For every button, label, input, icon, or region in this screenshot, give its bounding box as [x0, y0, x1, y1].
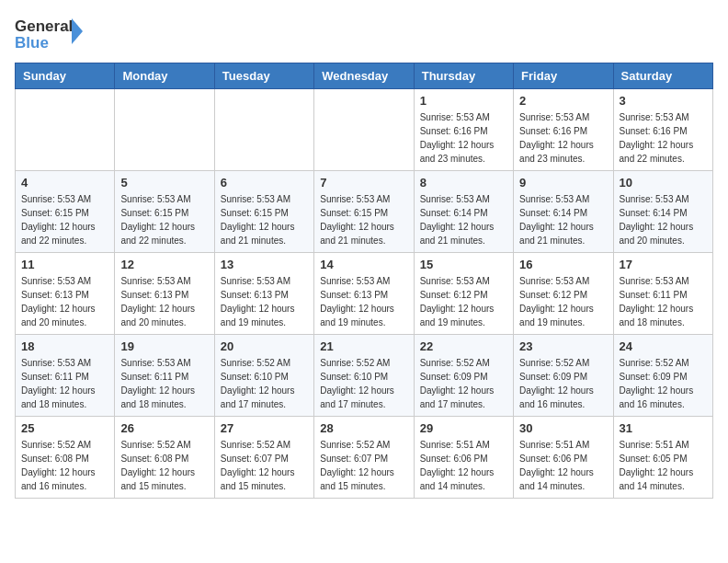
week-row-3: 11Sunrise: 5:53 AM Sunset: 6:13 PM Dayli…	[16, 253, 713, 335]
day-cell-18: 18Sunrise: 5:53 AM Sunset: 6:11 PM Dayli…	[16, 335, 115, 417]
day-cell-19: 19Sunrise: 5:53 AM Sunset: 6:11 PM Dayli…	[115, 335, 214, 417]
day-info: Sunrise: 5:53 AM Sunset: 6:15 PM Dayligh…	[221, 192, 308, 247]
weekday-header-sunday: Sunday	[16, 63, 115, 89]
day-info: Sunrise: 5:53 AM Sunset: 6:13 PM Dayligh…	[221, 274, 308, 329]
day-cell-23: 23Sunrise: 5:52 AM Sunset: 6:09 PM Dayli…	[514, 335, 613, 417]
logo: GeneralBlue	[15, 15, 88, 53]
day-info: Sunrise: 5:51 AM Sunset: 6:06 PM Dayligh…	[420, 438, 507, 493]
day-number: 22	[420, 339, 507, 353]
weekday-header-friday: Friday	[514, 63, 613, 89]
day-info: Sunrise: 5:53 AM Sunset: 6:13 PM Dayligh…	[120, 274, 208, 329]
day-info: Sunrise: 5:52 AM Sunset: 6:09 PM Dayligh…	[620, 356, 707, 411]
day-info: Sunrise: 5:53 AM Sunset: 6:16 PM Dayligh…	[620, 110, 707, 166]
logo-svg: GeneralBlue	[15, 15, 88, 53]
day-info: Sunrise: 5:53 AM Sunset: 6:14 PM Dayligh…	[519, 192, 607, 247]
weekday-header-wednesday: Wednesday	[314, 63, 414, 89]
empty-cell	[115, 89, 214, 171]
day-number: 2	[519, 94, 607, 108]
day-info: Sunrise: 5:53 AM Sunset: 6:11 PM Dayligh…	[620, 274, 707, 329]
weekday-header-tuesday: Tuesday	[214, 63, 313, 89]
day-info: Sunrise: 5:53 AM Sunset: 6:11 PM Dayligh…	[120, 356, 208, 411]
day-cell-5: 5Sunrise: 5:53 AM Sunset: 6:15 PM Daylig…	[115, 171, 214, 253]
day-info: Sunrise: 5:53 AM Sunset: 6:13 PM Dayligh…	[320, 274, 407, 329]
day-info: Sunrise: 5:52 AM Sunset: 6:10 PM Dayligh…	[221, 356, 308, 411]
day-number: 10	[620, 176, 707, 190]
day-cell-25: 25Sunrise: 5:52 AM Sunset: 6:08 PM Dayli…	[16, 417, 115, 499]
empty-cell	[314, 89, 414, 171]
day-cell-9: 9Sunrise: 5:53 AM Sunset: 6:14 PM Daylig…	[514, 171, 613, 253]
weekday-header-monday: Monday	[115, 63, 214, 89]
day-number: 5	[120, 176, 208, 190]
day-cell-22: 22Sunrise: 5:52 AM Sunset: 6:09 PM Dayli…	[414, 335, 513, 417]
week-row-1: 1Sunrise: 5:53 AM Sunset: 6:16 PM Daylig…	[16, 89, 713, 171]
day-cell-15: 15Sunrise: 5:53 AM Sunset: 6:12 PM Dayli…	[414, 253, 513, 335]
day-cell-3: 3Sunrise: 5:53 AM Sunset: 6:16 PM Daylig…	[613, 89, 712, 171]
day-info: Sunrise: 5:52 AM Sunset: 6:09 PM Dayligh…	[519, 356, 607, 411]
week-row-5: 25Sunrise: 5:52 AM Sunset: 6:08 PM Dayli…	[16, 417, 713, 499]
day-cell-27: 27Sunrise: 5:52 AM Sunset: 6:07 PM Dayli…	[214, 417, 313, 499]
day-info: Sunrise: 5:52 AM Sunset: 6:07 PM Dayligh…	[320, 438, 407, 493]
day-number: 11	[21, 258, 108, 271]
day-cell-11: 11Sunrise: 5:53 AM Sunset: 6:13 PM Dayli…	[16, 253, 115, 335]
day-info: Sunrise: 5:53 AM Sunset: 6:16 PM Dayligh…	[420, 110, 507, 166]
day-info: Sunrise: 5:52 AM Sunset: 6:08 PM Dayligh…	[21, 438, 108, 493]
day-number: 28	[320, 421, 407, 435]
day-cell-28: 28Sunrise: 5:52 AM Sunset: 6:07 PM Dayli…	[314, 417, 414, 499]
day-cell-31: 31Sunrise: 5:51 AM Sunset: 6:05 PM Dayli…	[613, 417, 712, 499]
day-info: Sunrise: 5:53 AM Sunset: 6:11 PM Dayligh…	[21, 356, 108, 411]
day-cell-4: 4Sunrise: 5:53 AM Sunset: 6:15 PM Daylig…	[16, 171, 115, 253]
day-info: Sunrise: 5:53 AM Sunset: 6:14 PM Dayligh…	[420, 192, 507, 247]
day-number: 13	[221, 258, 308, 271]
day-number: 20	[221, 339, 308, 353]
day-number: 31	[620, 421, 707, 435]
day-number: 17	[620, 258, 707, 271]
day-info: Sunrise: 5:53 AM Sunset: 6:12 PM Dayligh…	[420, 274, 507, 329]
day-cell-29: 29Sunrise: 5:51 AM Sunset: 6:06 PM Dayli…	[414, 417, 513, 499]
day-cell-17: 17Sunrise: 5:53 AM Sunset: 6:11 PM Dayli…	[613, 253, 712, 335]
day-number: 16	[519, 258, 607, 271]
day-cell-26: 26Sunrise: 5:52 AM Sunset: 6:08 PM Dayli…	[115, 417, 214, 499]
day-info: Sunrise: 5:53 AM Sunset: 6:13 PM Dayligh…	[21, 274, 108, 329]
empty-cell	[16, 89, 115, 171]
day-number: 25	[21, 421, 108, 435]
day-number: 14	[320, 258, 407, 271]
day-cell-21: 21Sunrise: 5:52 AM Sunset: 6:10 PM Dayli…	[314, 335, 414, 417]
weekday-header-thursday: Thursday	[414, 63, 513, 89]
day-number: 15	[420, 258, 507, 271]
day-info: Sunrise: 5:52 AM Sunset: 6:10 PM Dayligh…	[320, 356, 407, 411]
day-cell-30: 30Sunrise: 5:51 AM Sunset: 6:06 PM Dayli…	[514, 417, 613, 499]
day-cell-10: 10Sunrise: 5:53 AM Sunset: 6:14 PM Dayli…	[613, 171, 712, 253]
day-cell-6: 6Sunrise: 5:53 AM Sunset: 6:15 PM Daylig…	[214, 171, 313, 253]
day-number: 21	[320, 339, 407, 353]
day-cell-14: 14Sunrise: 5:53 AM Sunset: 6:13 PM Dayli…	[314, 253, 414, 335]
weekday-header-saturday: Saturday	[613, 63, 712, 89]
calendar-table: SundayMondayTuesdayWednesdayThursdayFrid…	[15, 63, 713, 499]
day-cell-8: 8Sunrise: 5:53 AM Sunset: 6:14 PM Daylig…	[414, 171, 513, 253]
day-info: Sunrise: 5:53 AM Sunset: 6:16 PM Dayligh…	[519, 110, 607, 166]
day-number: 26	[120, 421, 208, 435]
day-number: 27	[221, 421, 308, 435]
svg-text:General: General	[15, 17, 73, 35]
svg-text:Blue: Blue	[15, 34, 49, 52]
day-number: 9	[519, 176, 607, 190]
day-info: Sunrise: 5:53 AM Sunset: 6:12 PM Dayligh…	[519, 274, 607, 329]
day-cell-13: 13Sunrise: 5:53 AM Sunset: 6:13 PM Dayli…	[214, 253, 313, 335]
day-number: 12	[120, 258, 208, 271]
day-info: Sunrise: 5:53 AM Sunset: 6:15 PM Dayligh…	[120, 192, 208, 247]
svg-marker-2	[72, 18, 83, 44]
day-cell-20: 20Sunrise: 5:52 AM Sunset: 6:10 PM Dayli…	[214, 335, 313, 417]
weekday-header-row: SundayMondayTuesdayWednesdayThursdayFrid…	[16, 63, 713, 89]
day-info: Sunrise: 5:52 AM Sunset: 6:07 PM Dayligh…	[221, 438, 308, 493]
week-row-2: 4Sunrise: 5:53 AM Sunset: 6:15 PM Daylig…	[16, 171, 713, 253]
day-cell-16: 16Sunrise: 5:53 AM Sunset: 6:12 PM Dayli…	[514, 253, 613, 335]
day-number: 4	[21, 176, 108, 190]
day-cell-2: 2Sunrise: 5:53 AM Sunset: 6:16 PM Daylig…	[514, 89, 613, 171]
day-number: 8	[420, 176, 507, 190]
day-cell-1: 1Sunrise: 5:53 AM Sunset: 6:16 PM Daylig…	[414, 89, 513, 171]
day-cell-7: 7Sunrise: 5:53 AM Sunset: 6:15 PM Daylig…	[314, 171, 414, 253]
day-info: Sunrise: 5:51 AM Sunset: 6:06 PM Dayligh…	[519, 438, 607, 493]
day-cell-12: 12Sunrise: 5:53 AM Sunset: 6:13 PM Dayli…	[115, 253, 214, 335]
day-number: 23	[519, 339, 607, 353]
day-info: Sunrise: 5:53 AM Sunset: 6:14 PM Dayligh…	[620, 192, 707, 247]
empty-cell	[214, 89, 313, 171]
